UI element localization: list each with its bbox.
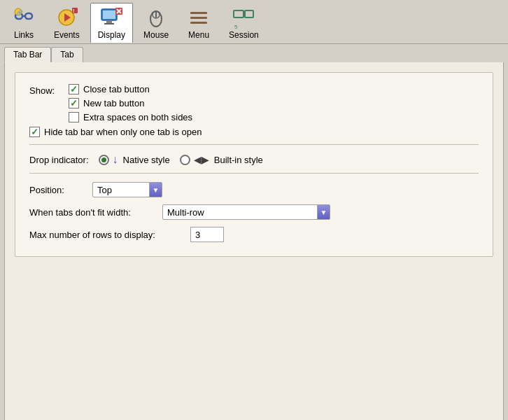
close-tab-checkmark: ✓	[70, 85, 78, 94]
toolbar-display-label: Display	[98, 30, 125, 40]
tab-bar-tab[interactable]: Tab Bar	[4, 47, 51, 62]
svg-rect-21	[190, 22, 207, 24]
svg-rect-10	[103, 10, 115, 19]
toolbar-menu-label: Menu	[188, 30, 209, 40]
position-dropdown-arrow[interactable]: ▼	[149, 183, 162, 197]
native-style-option[interactable]: ↓ Native style	[99, 153, 170, 166]
drop-indicator-options: ↓ Native style ◀▶ Built-in style	[99, 153, 263, 166]
tabs-fit-dropdown[interactable]: Multi-row ▼	[162, 204, 330, 220]
drop-indicator-row: Drop indicator: ↓ Native style ◀▶ Built-…	[29, 153, 479, 166]
main-panel: Show: ✓ Close tab button ✓ New tab butto…	[4, 62, 504, 420]
mouse-icon	[145, 6, 167, 29]
close-tab-label: Close tab button	[83, 84, 150, 94]
builtin-style-label: Built-in style	[214, 155, 263, 165]
native-style-label: Native style	[123, 155, 170, 165]
toolbar-session-label: Session	[229, 30, 259, 40]
tabs-fit-dropdown-arrow[interactable]: ▼	[317, 205, 330, 219]
events-icon: !	[55, 6, 78, 29]
hide-tab-bar-label: Hide tab bar when only one tab is open	[44, 127, 202, 137]
extra-spaces-label: Extra spaces on both sides	[83, 112, 192, 122]
tabs-fit-row: When tabs don't fit width: Multi-row ▼	[29, 204, 479, 220]
new-tab-label: New tab button	[83, 98, 144, 108]
tabs-fit-label: When tabs don't fit width:	[29, 207, 155, 218]
native-style-icon: ↓	[113, 153, 118, 166]
show-section: Show: ✓ Close tab button ✓ New tab butto…	[29, 84, 479, 122]
toolbar-menu-button[interactable]: Menu	[179, 3, 218, 43]
toolbar-events-label: Events	[54, 30, 80, 40]
toolbar-display-button[interactable]: Display	[90, 3, 133, 43]
close-tab-checkbox[interactable]: ✓	[69, 84, 79, 94]
show-label: Show:	[29, 84, 69, 96]
builtin-style-option[interactable]: ◀▶ Built-in style	[180, 154, 263, 165]
builtin-style-icon: ◀▶	[194, 154, 209, 165]
svg-rect-19	[190, 12, 207, 14]
position-label: Position:	[29, 185, 85, 195]
position-value: Top	[93, 183, 149, 197]
native-radio-selected	[101, 158, 106, 162]
divider	[29, 144, 479, 145]
links-icon: 🔗	[13, 6, 35, 29]
tab-navigation: Tab Bar Tab	[0, 44, 508, 62]
new-tab-checkbox[interactable]: ✓	[69, 98, 79, 108]
max-rows-input[interactable]	[190, 227, 224, 242]
menu-icon	[188, 6, 210, 29]
svg-text:5: 5	[234, 24, 238, 29]
svg-text:!: !	[73, 8, 74, 13]
new-tab-checkmark: ✓	[70, 99, 78, 108]
toolbar-events-button[interactable]: ! Events	[46, 3, 87, 43]
tab-tab[interactable]: Tab	[51, 47, 83, 62]
hide-tab-bar-row: ✓ Hide tab bar when only one tab is open	[29, 127, 479, 137]
toolbar: 🔗 Links ! Events	[0, 0, 508, 44]
hide-tab-bar-checkbox[interactable]: ✓	[29, 127, 40, 137]
toolbar-session-button[interactable]: 5 Session	[221, 3, 267, 43]
display-icon	[100, 6, 122, 29]
extra-spaces-row: Extra spaces on both sides	[69, 112, 192, 122]
native-radio-button[interactable]	[99, 155, 109, 165]
position-dropdown[interactable]: Top ▼	[92, 182, 162, 197]
extra-spaces-checkbox[interactable]	[69, 112, 79, 122]
toolbar-mouse-label: Mouse	[143, 30, 169, 40]
tabs-fit-value: Multi-row	[163, 206, 317, 219]
toolbar-links-label: Links	[14, 30, 34, 40]
new-tab-row: ✓ New tab button	[69, 98, 192, 108]
checkboxes-column: ✓ Close tab button ✓ New tab button Extr…	[69, 84, 192, 122]
divider-2	[29, 173, 479, 174]
max-rows-label: Max number of rows to display:	[29, 230, 183, 240]
svg-rect-11	[106, 20, 112, 23]
svg-rect-22	[234, 10, 244, 18]
builtin-radio-button[interactable]	[180, 155, 190, 165]
hide-tab-bar-checkmark: ✓	[31, 127, 38, 136]
svg-rect-23	[245, 10, 253, 18]
svg-rect-12	[104, 23, 114, 24]
toolbar-links-button[interactable]: 🔗 Links	[4, 3, 43, 43]
drop-indicator-label: Drop indicator:	[29, 155, 89, 165]
svg-rect-20	[190, 17, 207, 19]
settings-box: Show: ✓ Close tab button ✓ New tab butto…	[15, 72, 493, 257]
svg-rect-1	[25, 13, 32, 19]
svg-text:🔗: 🔗	[16, 9, 23, 16]
session-icon: 5	[232, 6, 255, 29]
toolbar-mouse-button[interactable]: Mouse	[136, 3, 176, 43]
close-tab-row: ✓ Close tab button	[69, 84, 192, 94]
max-rows-row: Max number of rows to display:	[29, 227, 479, 242]
position-row: Position: Top ▼	[29, 182, 479, 197]
